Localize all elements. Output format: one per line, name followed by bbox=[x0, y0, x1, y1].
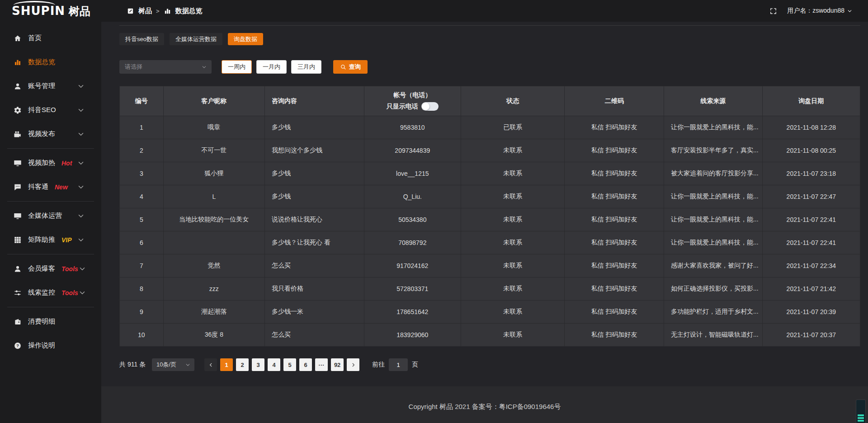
table-row: 6多少钱？让我死心 看70898792未联系私信 扫码加好友让你一眼就爱上的黑科… bbox=[120, 231, 860, 254]
cell-qrcode[interactable]: 私信 扫码加好友 bbox=[565, 162, 664, 185]
sidebar-divider bbox=[7, 148, 94, 149]
fullscreen-icon[interactable] bbox=[769, 7, 777, 15]
chevron-down-icon bbox=[77, 106, 85, 114]
period-button-3[interactable]: 三月内 bbox=[291, 60, 321, 74]
sidebar-item-douketong[interactable]: 抖客通New bbox=[0, 175, 101, 199]
cell-source[interactable]: 多功能护栏灯，适用于乡村文... bbox=[664, 301, 762, 324]
sidebar-item-media-operation[interactable]: 全媒体运营 bbox=[0, 204, 101, 228]
date-range-select[interactable]: 请选择 bbox=[119, 60, 212, 74]
cell-status[interactable]: 未联系 bbox=[461, 231, 565, 254]
cell-status[interactable]: 未联系 bbox=[461, 301, 565, 324]
sidebar-item-member-baoke[interactable]: 会员爆客Tools bbox=[0, 257, 101, 281]
cell-account: 572803371 bbox=[364, 277, 461, 301]
sidebar-item-consume-detail[interactable]: 消费明细 bbox=[0, 310, 101, 334]
cell-nickname: L bbox=[163, 185, 264, 208]
cell-nickname: 狐小狸 bbox=[163, 162, 264, 185]
cell-qrcode[interactable]: 私信 扫码加好友 bbox=[565, 324, 664, 347]
cell-content: 我想问这个多少钱 bbox=[265, 139, 364, 162]
cell-account: 2097344839 bbox=[364, 139, 461, 162]
cell-source[interactable]: 客厅安装投影半年多了，真实... bbox=[664, 139, 762, 162]
bar-chart-icon bbox=[164, 7, 171, 15]
sidebar-item-account-manage[interactable]: 账号管理 bbox=[0, 74, 101, 98]
next-page-button[interactable] bbox=[347, 358, 359, 371]
page-ellipsis[interactable]: ··· bbox=[315, 358, 328, 371]
period-button-1[interactable]: 一周内 bbox=[222, 60, 252, 74]
cell-account: 70898792 bbox=[364, 231, 461, 254]
table-row: 1哦章多少钱9583810已联系私信 扫码加好友让你一眼就爱上的黑科技，能...… bbox=[120, 116, 860, 139]
cell-source[interactable]: 感谢大家喜欢我家，被问了好... bbox=[664, 254, 762, 277]
period-button-2[interactable]: 一月内 bbox=[256, 60, 287, 74]
cell-source[interactable]: 让你一眼就爱上的黑科技，能... bbox=[664, 208, 762, 231]
goto-label: 前往 bbox=[372, 361, 385, 369]
cell-content: 怎么买 bbox=[265, 254, 364, 277]
user-menu[interactable]: 用户名：zswodun88 bbox=[787, 7, 853, 15]
cell-source[interactable]: 如何正确选择投影仪，买投影... bbox=[664, 277, 762, 301]
page-button-1[interactable]: 1 bbox=[220, 358, 233, 371]
page-button-6[interactable]: 6 bbox=[299, 358, 312, 371]
sidebar-divider bbox=[7, 307, 94, 307]
cell-qrcode[interactable]: 私信 扫码加好友 bbox=[565, 116, 664, 139]
cell-status[interactable]: 未联系 bbox=[461, 324, 565, 347]
query-button[interactable]: 查询 bbox=[333, 60, 368, 74]
sidebar-nav: 首页数据总览账号管理抖音SEO视频发布视频加热Hot抖客通New全媒体运营矩阵助… bbox=[0, 22, 101, 423]
breadcrumb-current: 数据总览 bbox=[175, 7, 203, 15]
sidebar-item-video-heat[interactable]: 视频加热Hot bbox=[0, 151, 101, 175]
cell-source[interactable]: 被大家追着问的客厅投影分享... bbox=[664, 162, 762, 185]
header-divider bbox=[119, 25, 860, 26]
breadcrumb-root[interactable]: 树品 bbox=[138, 7, 152, 15]
sidebar-item-label: 首页 bbox=[28, 34, 42, 42]
page-button-92[interactable]: 92 bbox=[331, 358, 344, 371]
cell-no: 7 bbox=[120, 254, 164, 277]
sidebar-item-home[interactable]: 首页 bbox=[0, 26, 101, 50]
minimized-widget[interactable] bbox=[856, 400, 866, 423]
tab-inquiry-data[interactable]: 询盘数据 bbox=[228, 33, 263, 45]
cell-qrcode[interactable]: 私信 扫码加好友 bbox=[565, 185, 664, 208]
cell-status[interactable]: 未联系 bbox=[461, 185, 565, 208]
tab-media-operation-data[interactable]: 全媒体运营数据 bbox=[170, 33, 222, 45]
tab-douyin-seo-data[interactable]: 抖音seo数据 bbox=[119, 33, 164, 45]
cell-source[interactable]: 让你一眼就爱上的黑科技，能... bbox=[664, 185, 762, 208]
cell-status[interactable]: 未联系 bbox=[461, 208, 565, 231]
cell-nickname: 哦章 bbox=[163, 116, 264, 139]
cell-status[interactable]: 未联系 bbox=[461, 254, 565, 277]
sidebar-item-label: 视频加热 bbox=[28, 159, 55, 167]
cell-qrcode[interactable]: 私信 扫码加好友 bbox=[565, 254, 664, 277]
sidebar-item-clue-monitor[interactable]: 线索监控Tools bbox=[0, 281, 101, 305]
cell-status[interactable]: 未联系 bbox=[461, 139, 565, 162]
cell-source[interactable]: 无主灯设计，智能磁吸轨道灯... bbox=[664, 324, 762, 347]
cell-qrcode[interactable]: 私信 扫码加好友 bbox=[565, 139, 664, 162]
page-button-3[interactable]: 3 bbox=[252, 358, 264, 371]
cell-status[interactable]: 未联系 bbox=[461, 162, 565, 185]
table-row: 9潮起潮落多少钱一米178651642未联系私信 扫码加好友多功能护栏灯，适用于… bbox=[120, 301, 860, 324]
sidebar-item-data-overview[interactable]: 数据总览 bbox=[0, 50, 101, 74]
goto-page-input[interactable] bbox=[389, 358, 408, 371]
cell-content: 多少钱一米 bbox=[265, 301, 364, 324]
cell-status[interactable]: 未联系 bbox=[461, 277, 565, 301]
sidebar-item-label: 抖客通 bbox=[28, 183, 48, 191]
cell-qrcode[interactable]: 私信 扫码加好友 bbox=[565, 208, 664, 231]
page-button-4[interactable]: 4 bbox=[268, 358, 280, 371]
chevron-right-icon bbox=[350, 362, 356, 368]
sidebar-item-matrix-boost[interactable]: 矩阵助推VIP bbox=[0, 228, 101, 252]
cell-status[interactable]: 已联系 bbox=[461, 116, 565, 139]
phone-only-toggle[interactable] bbox=[421, 102, 439, 111]
sidebar-item-video-publish[interactable]: 视频发布 bbox=[0, 122, 101, 146]
sidebar-item-operation-guide[interactable]: ?操作说明 bbox=[0, 334, 101, 357]
prev-page-button[interactable] bbox=[204, 358, 217, 371]
sidebar-badge-new: New bbox=[55, 183, 68, 191]
svg-text:?: ? bbox=[16, 343, 19, 348]
column-header-7: 线索来源 bbox=[664, 86, 762, 116]
breadcrumb-separator: > bbox=[156, 8, 160, 14]
chevron-down-icon bbox=[185, 362, 191, 368]
cell-qrcode[interactable]: 私信 扫码加好友 bbox=[565, 277, 664, 301]
sidebar-item-douyin-seo[interactable]: 抖音SEO bbox=[0, 98, 101, 122]
cell-qrcode[interactable]: 私信 扫码加好友 bbox=[565, 301, 664, 324]
sidebar-item-label: 抖音SEO bbox=[28, 106, 56, 114]
cell-qrcode[interactable]: 私信 扫码加好友 bbox=[565, 231, 664, 254]
page-button-2[interactable]: 2 bbox=[236, 358, 249, 371]
cell-source[interactable]: 让你一眼就爱上的黑科技，能... bbox=[664, 116, 762, 139]
cell-source[interactable]: 让你一眼就爱上的黑科技，能... bbox=[664, 231, 762, 254]
per-page-select[interactable]: 10条/页 bbox=[152, 358, 194, 371]
page-button-5[interactable]: 5 bbox=[283, 358, 296, 371]
cell-date: 2021-11-07 23:18 bbox=[762, 162, 860, 185]
